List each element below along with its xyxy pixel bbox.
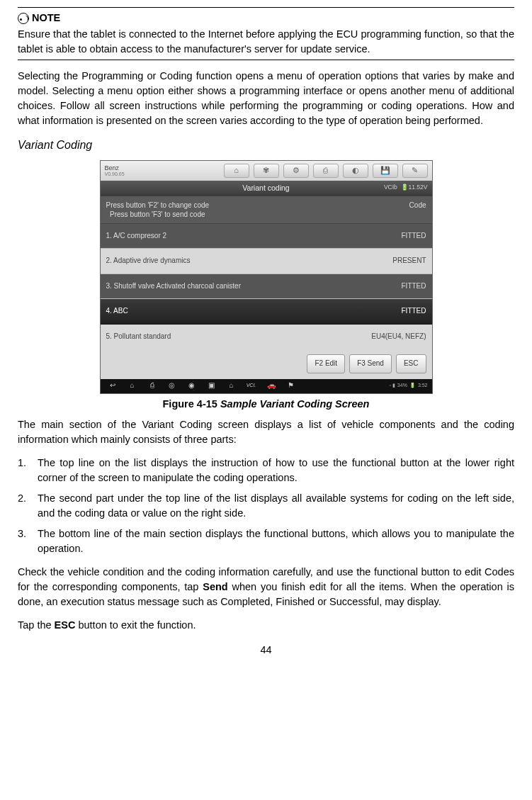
esc-part-2: button to exit the function. [75, 619, 196, 631]
home-icon[interactable]: ⌂ [224, 164, 249, 178]
vci-icon[interactable]: VCI. [247, 382, 256, 390]
car-icon[interactable]: 🚗 [266, 382, 276, 390]
check-paragraph: Check the vehicle condition and the codi… [18, 565, 514, 609]
f3-send-button[interactable]: F3 Send [349, 354, 392, 373]
row-value: FITTED [402, 306, 426, 317]
system-nav-bar: ↩ ⌂ ⎙ ◎ ◉ ▣ ⌂ VCI. 🚗 ⚑ ◦ ▮ 34%🔋3:52 [101, 379, 432, 393]
screen-titlebar: Variant coding VCIb 🔋11.52V [101, 181, 432, 196]
table-row[interactable]: 2. Adaptive drive dynamics PRESENT [101, 249, 432, 274]
battery-pct: 34% [397, 382, 407, 389]
function-button-bar: F2 Edit F3 Send ESC [101, 349, 432, 379]
app3-icon[interactable]: ⚑ [286, 382, 296, 390]
instruction-line-2: Press button 'F3' to send code [106, 210, 210, 219]
back-icon[interactable]: ↩ [108, 382, 118, 390]
list-item-text: The bottom line of the main section disp… [38, 528, 514, 554]
code-header: Code [409, 201, 426, 219]
f2-edit-button[interactable]: F2 Edit [307, 354, 345, 373]
row-label: 1. A/C compresor 2 [106, 231, 167, 242]
app2-icon[interactable]: ⌂ [227, 382, 237, 390]
save-icon[interactable]: 💾 [373, 164, 398, 178]
app-toolbar: Benz V0.90.65 ⌂ ✾ ⚙ ⎙ ◐ 💾 ✎ [101, 161, 432, 181]
tool-icon[interactable]: ✾ [254, 164, 279, 178]
screenshot: Benz V0.90.65 ⌂ ✾ ⚙ ⎙ ◐ 💾 ✎ Variant codi… [100, 160, 433, 393]
row-value: EU4(EU4, NEFZ) [371, 332, 426, 342]
esc-part-1: Tap the [18, 619, 55, 631]
list-item-text: The top line on the list displays the in… [38, 457, 514, 483]
esc-word: ESC [55, 619, 76, 631]
vci-label: VCIb [384, 184, 397, 191]
row-label: 3. Shutoff valve Activated charcoal cani… [106, 281, 241, 292]
esc-paragraph: Tap the ESC button to exit the function. [18, 618, 514, 633]
list-item-text: The second part under the top line of th… [38, 492, 514, 519]
table-row-selected[interactable]: 4. ABC FITTED [101, 299, 432, 325]
camera-icon[interactable]: ◉ [187, 382, 197, 390]
instruction-row: Press button 'F2' to change code Press b… [101, 196, 432, 224]
esc-button[interactable]: ESC [396, 354, 426, 373]
note-box: NOTE Ensure that the tablet is connected… [18, 7, 514, 60]
edit-icon[interactable]: ✎ [402, 164, 428, 178]
status-right: ◦ ▮ 34%🔋3:52 [389, 382, 427, 389]
brand-version: V0.90.65 [105, 171, 125, 176]
list-item: 1.The top line on the list displays the … [38, 456, 514, 485]
table-row[interactable]: 1. A/C compresor 2 FITTED [101, 224, 432, 249]
help-icon[interactable]: ◐ [343, 164, 368, 178]
note-header: NOTE [18, 11, 514, 26]
after-figure-paragraph: The main section of the Variant Coding s… [18, 417, 514, 447]
app1-icon[interactable]: ▣ [207, 382, 217, 390]
brand-name: Benz [105, 165, 125, 171]
brand-label: Benz V0.90.65 [105, 165, 125, 176]
row-value: FITTED [402, 281, 426, 292]
caption-title: Sample Variant Coding Screen [220, 398, 370, 410]
recent-icon[interactable]: ⎙ [147, 382, 157, 390]
list-item: 2.The second part under the top line of … [38, 491, 514, 521]
row-value: FITTED [402, 231, 426, 242]
row-label: 4. ABC [106, 306, 128, 317]
table-row[interactable]: 5. Pollutant standard EU4(EU4, NEFZ) [101, 325, 432, 349]
note-label: NOTE [32, 11, 60, 26]
voltage-value: 11.52V [409, 184, 428, 191]
note-icon [18, 13, 29, 24]
caption-prefix: Figure 4-15 [163, 398, 220, 410]
instruction-line-1: Press button 'F2' to change code [106, 201, 210, 210]
intro-paragraph: Selecting the Programming or Coding func… [18, 69, 514, 128]
clock: 3:52 [418, 382, 428, 389]
figure: Benz V0.90.65 ⌂ ✾ ⚙ ⎙ ◐ 💾 ✎ Variant codi… [18, 160, 514, 411]
screen-title: Variant coding [242, 184, 289, 192]
subheading: Variant Coding [18, 137, 514, 153]
note-body: Ensure that the tablet is connected to t… [18, 27, 514, 57]
browser-icon[interactable]: ◎ [167, 382, 177, 390]
row-value: PRESENT [392, 256, 426, 266]
row-label: 5. Pollutant standard [106, 332, 171, 342]
print-icon[interactable]: ⎙ [313, 164, 339, 178]
send-word: Send [203, 581, 227, 592]
list-item: 3.The bottom line of the main section di… [38, 526, 514, 556]
numbered-list: 1.The top line on the list displays the … [18, 456, 514, 556]
row-label: 2. Adaptive drive dynamics [106, 256, 191, 266]
nav-home-icon[interactable]: ⌂ [128, 382, 137, 390]
page-number: 44 [18, 643, 514, 658]
settings-icon[interactable]: ⚙ [283, 164, 309, 178]
voltage-indicator: VCIb 🔋11.52V [384, 183, 428, 191]
figure-caption: Figure 4-15 Sample Variant Coding Screen [18, 397, 514, 412]
table-row[interactable]: 3. Shutoff valve Activated charcoal cani… [101, 274, 432, 300]
